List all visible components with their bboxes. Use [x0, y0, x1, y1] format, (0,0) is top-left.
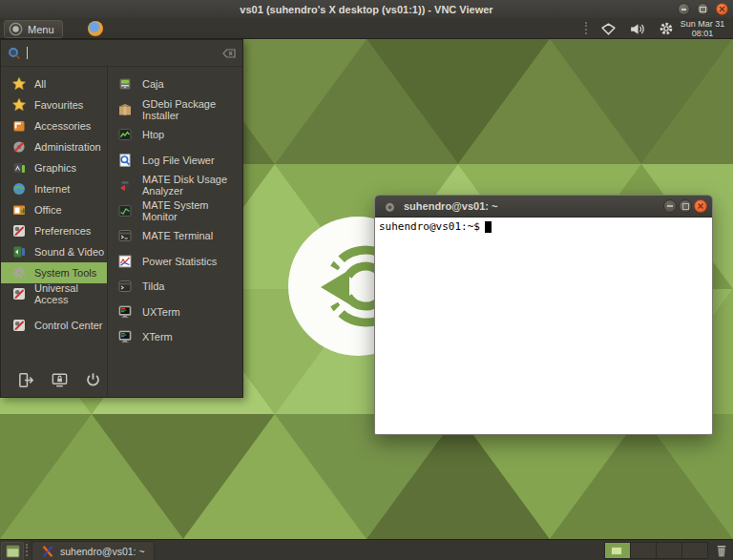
menu-app-gdebi-package-installer[interactable]: GDebi Package Installer	[108, 97, 242, 123]
close-button[interactable]	[716, 3, 728, 15]
panel-grip[interactable]	[585, 22, 590, 34]
category-label: Control Center	[34, 320, 103, 331]
workspace-1[interactable]	[605, 543, 631, 558]
session-buttons	[1, 363, 107, 397]
system-monitor-icon	[117, 203, 133, 218]
htop-icon	[117, 127, 133, 142]
category-label: Graphics	[34, 162, 76, 174]
menu-app-mate-disk-usage-analyzer[interactable]: MATE Disk Usage Analyzer	[108, 173, 242, 198]
menu-category-preferences[interactable]: Preferences	[1, 220, 107, 241]
menu-app-caja[interactable]: Caja	[108, 72, 242, 97]
workspace-switcher	[604, 542, 708, 559]
volume-icon[interactable]	[629, 21, 645, 37]
app-label: Caja	[142, 78, 164, 90]
office-icon	[11, 202, 27, 218]
menu-app-xterm[interactable]: XTerm	[108, 324, 242, 350]
disk-usage-icon	[117, 177, 133, 193]
menu-app-uxterm[interactable]: UXTerm	[108, 300, 242, 325]
preferences-icon	[11, 223, 27, 239]
terminal-window-icon	[384, 200, 396, 213]
menu-category-office[interactable]: Office	[1, 199, 107, 220]
menu-category-accessories[interactable]: Accessories	[1, 115, 107, 136]
tilda-icon	[117, 279, 133, 294]
logout-button[interactable]	[16, 370, 35, 389]
trash-applet[interactable]	[713, 542, 730, 559]
app-label: UXTerm	[142, 306, 180, 318]
internet-icon	[11, 181, 27, 197]
menu-app-mate-system-monitor[interactable]: MATE System Monitor	[108, 198, 242, 224]
menu-category-all[interactable]: All	[1, 73, 107, 94]
minimize-button[interactable]	[663, 199, 677, 213]
terminal-icon	[117, 228, 133, 243]
category-label: Sound & Video	[34, 246, 104, 258]
terminal-content[interactable]: suhendro@vs01:~$	[375, 218, 712, 236]
system-tray	[600, 20, 674, 37]
star-icon	[11, 97, 27, 113]
xterm-icon	[117, 329, 133, 344]
panel-grip[interactable]	[26, 544, 31, 556]
category-label: Administration	[34, 141, 101, 153]
clock-applet[interactable]: Sun Mar 31 08:01	[676, 19, 729, 38]
settings-icon[interactable]	[658, 21, 674, 37]
app-label: MATE System Monitor	[142, 199, 242, 222]
shutdown-button[interactable]	[83, 370, 102, 389]
menu-button-label: Menu	[28, 24, 54, 35]
taskbar-item-terminal[interactable]: suhendro@vs01: ~	[31, 541, 155, 560]
menu-app-htop[interactable]: Htop	[108, 122, 242, 148]
maximize-button[interactable]	[679, 199, 692, 213]
menu-category-universal-access[interactable]: Universal Access	[1, 283, 107, 304]
universal-access-icon	[11, 286, 27, 301]
category-label: Accessories	[34, 120, 91, 132]
mini-window	[611, 547, 622, 555]
menu-category-favourites[interactable]: Favourites	[1, 94, 107, 115]
app-label: MATE Terminal	[142, 230, 213, 241]
workspace-3[interactable]	[657, 543, 682, 558]
category-label: Favourites	[34, 99, 83, 111]
terminal-cursor	[485, 221, 492, 233]
firefox-icon[interactable]	[88, 21, 103, 36]
terminal-window: suhendro@vs01: ~ suhendro@vs01:~$	[374, 195, 713, 435]
clear-search-icon[interactable]	[221, 46, 237, 61]
power-statistics-icon	[117, 254, 133, 269]
maximize-button[interactable]	[697, 3, 709, 15]
menu-button[interactable]: Menu	[4, 20, 63, 38]
lock-screen-button[interactable]	[50, 370, 69, 389]
close-icon	[719, 6, 725, 12]
clock-date: Sun Mar 31	[676, 19, 729, 29]
menu-app-mate-terminal[interactable]: MATE Terminal	[108, 223, 242, 249]
menu-app-tilda[interactable]: Tilda	[108, 274, 242, 300]
uxterm-icon	[117, 304, 133, 320]
app-label: Power Statistics	[142, 256, 217, 267]
caja-icon	[117, 76, 133, 92]
vnc-window-title: vs01 (suhendro's X desktop (vs01:1)) - V…	[240, 4, 492, 15]
network-icon[interactable]	[600, 21, 617, 37]
vnc-window-controls	[678, 3, 728, 15]
menu-app-power-statistics[interactable]: Power Statistics	[108, 249, 242, 275]
menu-category-sound-video[interactable]: Sound & Video	[1, 241, 107, 262]
workspace-4[interactable]	[682, 543, 707, 558]
close-button[interactable]	[694, 199, 707, 213]
menu-category-administration[interactable]: Administration	[1, 136, 107, 157]
administration-icon	[11, 139, 27, 155]
accessories-icon	[11, 118, 27, 134]
taskbar-item-label: suhendro@vs01: ~	[60, 546, 145, 557]
menu-category-graphics[interactable]: Graphics	[1, 157, 107, 178]
terminal-titlebar[interactable]: suhendro@vs01: ~	[375, 196, 712, 218]
menu-category-control-center[interactable]: Control Center	[1, 315, 107, 336]
app-label: XTerm	[142, 331, 173, 342]
bottom-panel: suhendro@vs01: ~	[0, 539, 733, 560]
app-label: Htop	[142, 129, 164, 140]
workspace-2[interactable]	[631, 543, 657, 558]
mate-menu-icon	[9, 22, 23, 36]
menu-category-internet[interactable]: Internet	[1, 178, 107, 199]
control-center-icon	[11, 318, 27, 333]
maximize-icon	[700, 7, 706, 12]
menu-app-log-file-viewer[interactable]: Log File Viewer	[108, 148, 242, 174]
x-window-icon	[41, 545, 54, 558]
show-desktop-button[interactable]	[1, 542, 24, 560]
minimize-button[interactable]	[678, 3, 690, 15]
category-label: Preferences	[34, 225, 91, 237]
search-input[interactable]	[32, 45, 217, 62]
menu-category-system-tools[interactable]: System Tools	[1, 262, 107, 283]
menu-app-list: CajaGDebi Package InstallerHtopLog File …	[108, 67, 242, 397]
